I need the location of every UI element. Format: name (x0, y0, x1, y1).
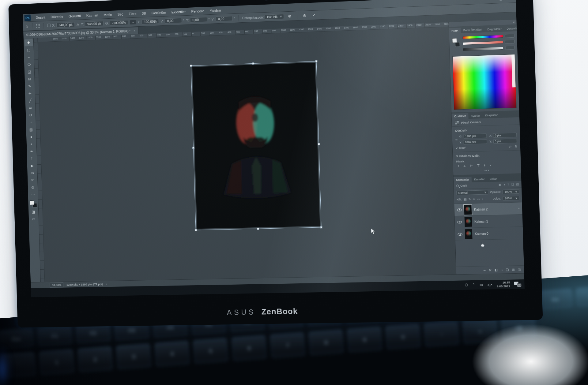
menu-item[interactable]: Dosya (33, 13, 48, 22)
type-tool[interactable]: T (28, 155, 36, 162)
status-chevron-icon[interactable]: › (106, 282, 107, 286)
layers-action-icon[interactable]: ◧ (495, 268, 498, 271)
close-tab-icon[interactable]: × (134, 29, 135, 32)
layer-filter-icon[interactable]: ▤ (516, 183, 519, 186)
keyboard-key[interactable]: 6 (231, 335, 267, 361)
layer-filter-icon[interactable]: T (507, 183, 509, 186)
document-image[interactable] (192, 63, 320, 229)
layer-thumbnail[interactable] (464, 205, 472, 215)
relative-position-icon[interactable]: △ (77, 22, 79, 26)
gradient-tool[interactable]: ▤ (27, 126, 36, 133)
skew-v-input[interactable]: 0,00 (216, 16, 233, 21)
height-input[interactable]: 100,00% (141, 19, 159, 24)
flip-vertical-icon[interactable]: ⇅ (514, 145, 517, 148)
maintain-aspect-ratio-icon[interactable]: ∞ (130, 20, 136, 24)
tab-degradeler[interactable]: Degradeler (485, 26, 504, 32)
color-swatches[interactable] (29, 200, 37, 208)
tab-katmanlar[interactable]: Katmanlar (454, 177, 472, 183)
tab-ayarlar[interactable]: Ayarlar (468, 113, 483, 119)
lasso-tool[interactable]: ∽ (25, 54, 33, 61)
brightness-value-box[interactable] (505, 46, 515, 50)
maximize-button[interactable]: ▢ (496, 0, 506, 3)
align-icon[interactable]: ⊤ (477, 164, 480, 167)
dodge-tool[interactable]: ◐ (27, 140, 36, 148)
notifications-icon[interactable]: 30 (514, 282, 521, 287)
home-icon[interactable]: ⌂ (25, 24, 28, 29)
menu-item[interactable]: 3B (139, 9, 149, 17)
transform-bounding-box[interactable] (191, 61, 322, 230)
flip-horizontal-icon[interactable]: ⇄ (509, 145, 511, 148)
toggle-reference-checkbox[interactable] (47, 24, 51, 27)
quick-mask-button[interactable]: ◨ (29, 208, 38, 215)
warp-mode-icon[interactable]: ⊕ (288, 14, 291, 18)
layer-row-katman-0[interactable]: Katman 0 (455, 227, 523, 241)
blend-mode-dropdown[interactable]: Normal∨ (456, 190, 488, 195)
brightness-slider[interactable] (463, 47, 503, 51)
zoom-tool[interactable]: ⊙ (28, 184, 37, 191)
canvas[interactable] (38, 27, 456, 282)
keyboard-key[interactable]: 3 (116, 344, 152, 370)
minimize-button[interactable]: – (486, 0, 496, 4)
tab-kitapliklar[interactable]: Kitaplıklar (482, 112, 500, 118)
transform-handle[interactable] (315, 60, 317, 62)
transform-handle[interactable] (320, 226, 322, 228)
layers-action-icon[interactable]: ❏ (506, 268, 509, 271)
color-spectrum-picker[interactable] (452, 54, 517, 110)
edit-toolbar[interactable]: ⋯ (29, 191, 37, 198)
interpolation-dropdown[interactable]: Bikübik˅ (265, 14, 284, 19)
taskbar-clock[interactable]: 16:159.05.2021 (496, 281, 510, 288)
align-icon[interactable]: ⊣ (456, 164, 459, 168)
people-icon[interactable]: ⚇ (465, 283, 468, 287)
transform-y-input[interactable]: 0 pks (493, 139, 517, 144)
keyboard-key[interactable]: 5 (193, 338, 228, 364)
eraser-tool[interactable]: ▱ (27, 119, 35, 126)
align-icon[interactable]: ⊧ (490, 163, 492, 167)
photoshop-logo[interactable]: Ps (24, 14, 31, 21)
layer-row-katman-2[interactable]: Katman 2 ◔ (454, 202, 522, 216)
keyboard-key[interactable]: Ins (537, 289, 573, 310)
transform-angle-value[interactable]: ∠ 0,00° (456, 146, 466, 150)
history-brush-tool[interactable]: ↺ (26, 111, 35, 118)
tab-kanallar[interactable]: Kanallar (472, 176, 487, 182)
y-position-input[interactable]: 948,00 pk (85, 21, 104, 26)
transform-handle[interactable] (252, 62, 254, 65)
keyboard-key[interactable]: 4 (154, 341, 190, 367)
align-icon[interactable]: ⊢ (470, 164, 473, 167)
foreground-color-swatch[interactable] (30, 200, 34, 205)
menu-item[interactable]: Yardım (207, 6, 224, 15)
more-options-dots[interactable]: ••• (456, 168, 518, 173)
menu-item[interactable]: Görüntü (66, 12, 84, 20)
opacity-dropdown[interactable]: 100%∨ (503, 189, 519, 194)
lock-icon[interactable]: ▭ (477, 197, 480, 200)
crop-tool[interactable]: ◱ (25, 68, 34, 75)
keyboard-key[interactable]: ` (0, 352, 36, 378)
pen-tool[interactable]: ✒ (28, 148, 36, 155)
transform-handle[interactable] (257, 228, 259, 230)
layer-visibility-eye-icon[interactable] (457, 220, 462, 223)
keyboard-key[interactable]: Del (576, 286, 588, 307)
tab-desenler[interactable]: Desenler (504, 25, 521, 32)
commit-transform-icon[interactable]: ✓ (312, 13, 316, 18)
layer-visibility-eye-icon[interactable] (457, 208, 462, 211)
keyboard-key[interactable]: 9 (347, 327, 383, 353)
transform-width-input[interactable]: 1280 pks (464, 133, 487, 138)
layer-thumbnail[interactable] (465, 217, 472, 226)
layer-thumbnail[interactable] (465, 229, 473, 239)
panel-color-swatches[interactable] (452, 38, 460, 47)
hand-tool[interactable]: ☞ (28, 177, 37, 184)
menu-item[interactable]: Görünüm (149, 8, 169, 17)
layer-filter-icon[interactable]: ▣ (498, 183, 501, 186)
tab-yollar[interactable]: Yollar (487, 176, 499, 182)
foreground-color-swatch[interactable] (452, 38, 457, 43)
move-tool[interactable]: ✚ (24, 39, 33, 47)
cancel-transform-icon[interactable]: ⊘ (303, 13, 306, 18)
lock-icon[interactable]: ▪ (482, 197, 483, 200)
tab-ozellikler[interactable]: Özellikler (451, 113, 468, 119)
keyboard-key[interactable]: 1 (39, 349, 75, 376)
muted-speaker-icon[interactable]: ◁× (487, 282, 492, 287)
hue-slider[interactable] (462, 35, 503, 39)
transform-height-input[interactable]: 1896 pks (463, 140, 487, 144)
align-icon[interactable]: ⊦ (484, 163, 486, 167)
eyedropper-tool[interactable]: ✎ (25, 83, 34, 90)
tab-renk[interactable]: Renk (449, 28, 461, 34)
